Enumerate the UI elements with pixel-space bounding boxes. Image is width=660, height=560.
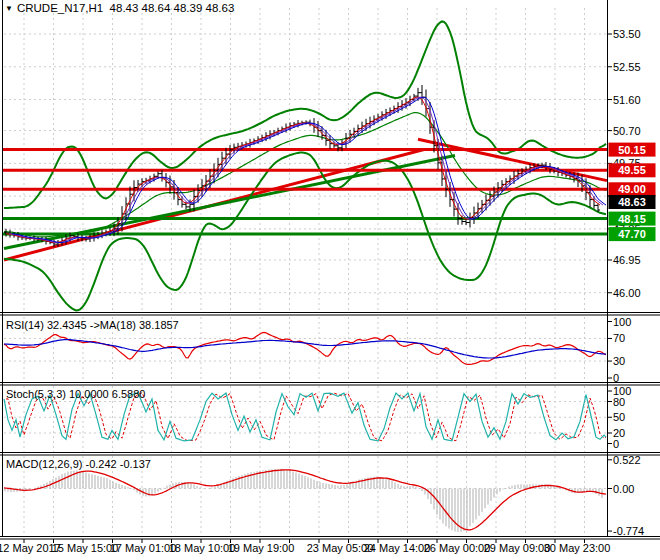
svg-text:49.00: 49.00 bbox=[618, 183, 646, 195]
svg-text:50.70: 50.70 bbox=[613, 125, 641, 137]
svg-text:26 May 00:00: 26 May 00:00 bbox=[424, 542, 491, 554]
svg-text:80: 80 bbox=[613, 396, 625, 408]
svg-text:30: 30 bbox=[613, 355, 625, 367]
price-badge: 49.00 bbox=[609, 182, 656, 196]
rsi-indicator-label: RSI(14) 32.4345 ->MA(18) 38.1857 bbox=[6, 319, 179, 331]
macd-panel bbox=[4, 469, 607, 532]
svg-text:24 May 14:00: 24 May 14:00 bbox=[364, 542, 431, 554]
price-badge: 49.55 bbox=[609, 163, 656, 177]
stochastic-axis[interactable]: 1008050200 bbox=[607, 385, 631, 450]
price-panel bbox=[2, 21, 607, 310]
svg-text:-0.774: -0.774 bbox=[613, 525, 644, 537]
time-axis[interactable]: 12 May 201715 May 15:0017 May 01:0018 Ma… bbox=[0, 539, 610, 554]
chart-canvas[interactable]: 53.5052.5551.6050.7049.7548.8047.8546.95… bbox=[0, 0, 660, 560]
symbol-period-label: CRUDE_N17,H1 bbox=[17, 2, 103, 14]
svg-text:50: 50 bbox=[613, 411, 625, 423]
svg-text:46.95: 46.95 bbox=[613, 254, 641, 266]
svg-text:47.70: 47.70 bbox=[618, 228, 646, 240]
svg-text:49.55: 49.55 bbox=[618, 164, 646, 176]
chart-svg[interactable]: 53.5052.5551.6050.7049.7548.8047.8546.95… bbox=[0, 0, 660, 560]
svg-text:17 May 01:00: 17 May 01:00 bbox=[110, 542, 177, 554]
svg-text:53.50: 53.50 bbox=[613, 28, 641, 40]
svg-text:48.63: 48.63 bbox=[618, 196, 646, 208]
svg-text:51.60: 51.60 bbox=[613, 94, 641, 106]
svg-text:46.00: 46.00 bbox=[613, 287, 641, 299]
svg-text:15 May 15:00: 15 May 15:00 bbox=[52, 542, 119, 554]
price-badge: 48.63 bbox=[609, 195, 656, 209]
ohlc-values: 48.43 48.64 48.39 48.63 bbox=[110, 2, 235, 14]
chart-title: ▼CRUDE_N17,H1 48.43 48.64 48.39 48.63 bbox=[5, 2, 234, 14]
svg-text:52.55: 52.55 bbox=[613, 61, 641, 73]
grid-vertical bbox=[24, 8, 585, 536]
price-badge: 48.15 bbox=[609, 212, 656, 226]
svg-text:30 May 23:00: 30 May 23:00 bbox=[544, 542, 611, 554]
svg-text:18 May 10:00: 18 May 10:00 bbox=[169, 542, 236, 554]
svg-text:0.522: 0.522 bbox=[613, 454, 641, 466]
macd-histogram bbox=[5, 469, 602, 532]
svg-text:50.15: 50.15 bbox=[618, 144, 646, 156]
svg-text:48.15: 48.15 bbox=[618, 213, 646, 225]
svg-text:0: 0 bbox=[613, 372, 619, 384]
svg-text:0.00: 0.00 bbox=[613, 483, 634, 495]
stochastic-indicator-label: Stoch(5,3,3) 10.0000 6.5880 bbox=[6, 388, 145, 400]
svg-text:0: 0 bbox=[613, 438, 619, 450]
svg-text:70: 70 bbox=[613, 332, 625, 344]
chart-menu-icon[interactable]: ▼ bbox=[5, 4, 13, 13]
svg-text:29 May 09:00: 29 May 09:00 bbox=[484, 542, 551, 554]
trading-chart-window: 53.5052.5551.6050.7049.7548.8047.8546.95… bbox=[0, 0, 660, 560]
macd-indicator-label: MACD(12,26,9) -0.242 -0.137 bbox=[6, 458, 151, 470]
price-badge: 47.70 bbox=[609, 227, 656, 241]
price-badge: 50.15 bbox=[609, 143, 656, 157]
rsi-panel bbox=[4, 332, 607, 364]
svg-text:100: 100 bbox=[613, 316, 631, 328]
macd-axis[interactable]: 0.5220.00-0.774 bbox=[607, 454, 644, 537]
svg-text:19 May 19:00: 19 May 19:00 bbox=[228, 542, 295, 554]
rsi-axis[interactable]: 10070300 bbox=[607, 316, 631, 385]
